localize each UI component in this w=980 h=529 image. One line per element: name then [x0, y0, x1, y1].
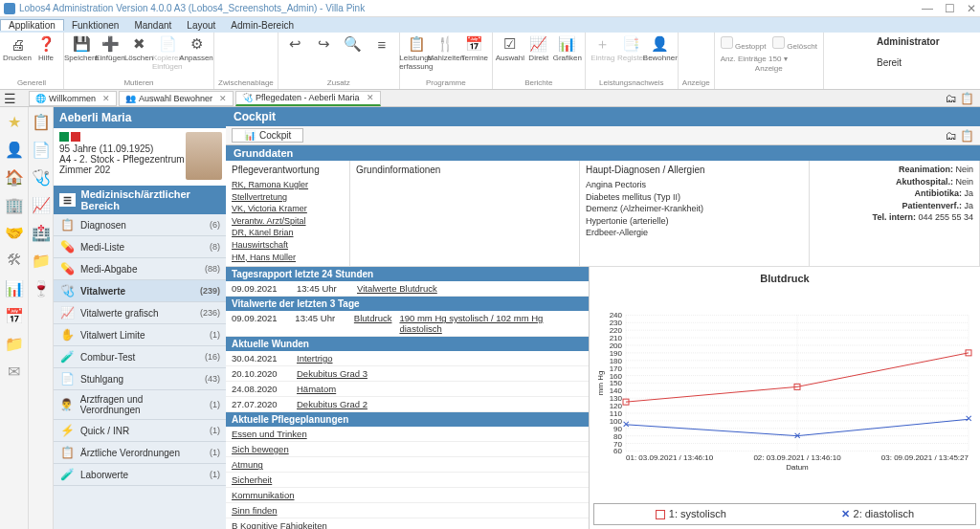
nav-item[interactable]: 👨‍⚕️Arztfragen und Verordnungen(1) [54, 390, 226, 420]
menu-funktionen[interactable]: Funktionen [64, 20, 126, 31]
rail-icon[interactable]: 🏠 [2, 165, 27, 189]
patient-name: Aeberli Maria [54, 107, 226, 128]
rail2-icon[interactable]: 📋 [29, 109, 54, 134]
ribbon-btn-Anpassen[interactable]: ⚙Anpassen [183, 34, 210, 77]
plan-item[interactable]: Essen und Trinken [226, 427, 589, 442]
close-button[interactable]: ✕ [967, 2, 976, 15]
report-row[interactable]: 09.09.202113:45 UhrBlutdruck190 mm Hg sy… [226, 311, 589, 337]
nav-item[interactable]: 📋Diagnosen(6) [54, 214, 226, 236]
nav-hamburger-icon[interactable]: ☰ [59, 193, 76, 207]
nav-item[interactable]: 📋Ärztliche Verordnungen(1) [54, 442, 226, 464]
svg-text:220: 220 [610, 326, 623, 335]
ribbon-btn-Einfügen[interactable]: ➕Einfügen [97, 34, 123, 77]
menu-layout[interactable]: Layout [179, 20, 223, 31]
report-row[interactable]: 30.04.2021Intertrigo [226, 351, 589, 366]
report-row[interactable]: 20.10.2020Dekubitus Grad 3 [226, 366, 589, 382]
ribbon-btn-Termine[interactable]: 📅Termine [461, 34, 488, 77]
doc-tab[interactable]: 🌐Willkommen✕ [29, 91, 117, 106]
nav-item[interactable]: 💊Medi-Liste(8) [54, 236, 226, 258]
nav-item[interactable]: 🩺Vitalwerte(239) [54, 280, 226, 302]
menu-mandant[interactable]: Mandant [126, 20, 179, 31]
plan-item[interactable]: Sich bewegen [226, 442, 589, 457]
cockpit-header: Cockpit [226, 107, 980, 126]
svg-text:03: 09.09.2021 / 13:45:27: 03: 09.09.2021 / 13:45:27 [881, 454, 969, 463]
rail-icon[interactable]: ✉ [2, 359, 27, 384]
menu-admin[interactable]: Admin-Bereich [223, 20, 301, 31]
ribbon-btn-Mahlzeiten[interactable]: 🍴Mahlzeiten [433, 34, 459, 77]
rail2-icon[interactable]: 📁 [29, 248, 54, 273]
ribbon-btn-Speichern[interactable]: 💾Speichern [68, 34, 95, 77]
rail-icon[interactable]: 🏢 [2, 192, 27, 217]
nav-item[interactable]: 📈Vitalwerte grafisch(236) [54, 302, 226, 324]
ribbon-btn-Grafiken[interactable]: 📊Grafiken [554, 34, 581, 77]
rail-icon[interactable]: 🤝 [2, 220, 27, 245]
ribbon-btn-Hilfe[interactable]: ❓Hilfe [33, 34, 59, 77]
nav-item[interactable]: ⚡Quick / INR(1) [54, 420, 226, 442]
rail2-icon[interactable]: 📈 [29, 192, 54, 217]
svg-text:100: 100 [610, 417, 623, 426]
grund-col-grundinfo: Grundinformationen [350, 161, 580, 266]
svg-text:210: 210 [610, 334, 623, 342]
ribbon-btn-Kopieren Einfügen[interactable]: 📄Kopieren Einfügen [154, 34, 181, 77]
ribbon-btn-Register[interactable]: 📑Register [618, 34, 645, 77]
nav-item[interactable]: ✋Vitalwert Limite(1) [54, 324, 226, 346]
close-icon[interactable]: ✕ [219, 94, 227, 103]
cockpit-tab[interactable]: 📊 Cockpit [232, 128, 303, 143]
rail-icon[interactable]: 📊 [2, 276, 27, 300]
ribbon-btn-Drucken[interactable]: 🖨Drucken [4, 34, 31, 77]
plan-item[interactable]: Atmung [226, 457, 589, 473]
nav-item[interactable]: 💊Medi-Abgabe(88) [54, 258, 226, 280]
rail2-icon[interactable]: 🏥 [29, 220, 54, 245]
ribbon-btn-Bewohner[interactable]: 👤Bewohner [647, 34, 674, 77]
rail-icon[interactable]: 🛠 [2, 248, 27, 273]
star-icon[interactable]: ★ [2, 109, 27, 134]
ribbon-btn-icon[interactable]: ↩ [282, 34, 309, 77]
report-row[interactable]: 24.08.2020Hämatom [226, 382, 589, 397]
second-icon-rail: 📋 📄 🩺 📈 🏥 📁 🍷 [29, 107, 54, 529]
left-icon-rail: ★ 👤 🏠 🏢 🤝 🛠 📊 📅 📁 ✉ [0, 107, 29, 529]
rail-icon[interactable]: 📁 [2, 331, 27, 356]
grunddaten-row: PflegeverantwortungRK, Ramona KuglerStel… [226, 161, 980, 267]
report-row[interactable]: 27.07.2020Dekubitus Grad 2 [226, 397, 589, 412]
maximize-button[interactable]: ☐ [945, 2, 955, 15]
ribbon: Administrator Bereit 🖨Drucken❓HilfeGener… [0, 33, 980, 90]
section-header: Aktuelle Pflegeplanungen [226, 412, 589, 427]
ribbon-btn-Auswahl[interactable]: ☑Auswahl [497, 34, 523, 77]
rail-icon[interactable]: 👤 [2, 137, 27, 162]
nav-item[interactable]: 🧪Laborwerte(1) [54, 464, 226, 486]
section-header: Aktuelle Wunden [226, 337, 589, 351]
report-row[interactable]: 09.09.202113:45 UhrVitalwerte Blutdruck [226, 281, 589, 297]
ribbon-btn-icon[interactable]: 🔍 [340, 34, 367, 77]
close-icon[interactable]: ✕ [102, 94, 110, 103]
rail-icon[interactable]: 📅 [2, 303, 27, 328]
doc-tab[interactable]: 🩺Pflegedaten - Aeberli Maria✕ [235, 91, 381, 106]
hamburger-icon[interactable]: ☰ [4, 91, 16, 106]
nav-item[interactable]: 🧪Combur-Test(16) [54, 346, 226, 368]
section-header: Vitalwerte der letzten 3 Tage [226, 297, 589, 311]
rail2-icon[interactable]: 🍷 [29, 276, 54, 300]
svg-text:130: 130 [610, 394, 623, 403]
plan-item[interactable]: B Kognitive Fähigkeiten [226, 518, 589, 529]
ribbon-btn-Löschen[interactable]: ✖Löschen [125, 34, 152, 77]
rail2-icon[interactable]: 📄 [29, 137, 54, 162]
plan-item[interactable]: Sicherheit [226, 473, 589, 488]
cockpit-right-icons[interactable]: 🗂 📋 [946, 129, 974, 143]
ribbon-btn-Eintrag[interactable]: ＋Eintrag [590, 34, 616, 77]
menu-applikation[interactable]: Applikation [0, 19, 64, 31]
svg-text:✕: ✕ [965, 413, 972, 424]
plan-item[interactable]: Sinn finden [226, 503, 589, 518]
section-header: Tagesrapport letzte 24 Stunden [226, 267, 589, 281]
svg-text:240: 240 [610, 312, 623, 320]
tabs-right-icons[interactable]: 🗂 📋 [946, 92, 980, 105]
ribbon-btn-icon[interactable]: ↪ [311, 34, 338, 77]
rail2-icon[interactable]: 🩺 [29, 165, 54, 189]
ribbon-btn-Direkt[interactable]: 📈Direkt [525, 34, 552, 77]
close-icon[interactable]: ✕ [367, 93, 374, 102]
minimize-button[interactable]: ― [922, 2, 933, 15]
doc-tab[interactable]: 👥Auswahl Bewohner✕ [119, 91, 234, 106]
svg-text:180: 180 [610, 357, 623, 365]
nav-item[interactable]: 📄Stuhlgang(43) [54, 368, 226, 390]
ribbon-btn-icon[interactable]: ≡ [368, 34, 395, 77]
svg-text:230: 230 [610, 319, 623, 327]
plan-item[interactable]: Kommunikation [226, 488, 589, 503]
